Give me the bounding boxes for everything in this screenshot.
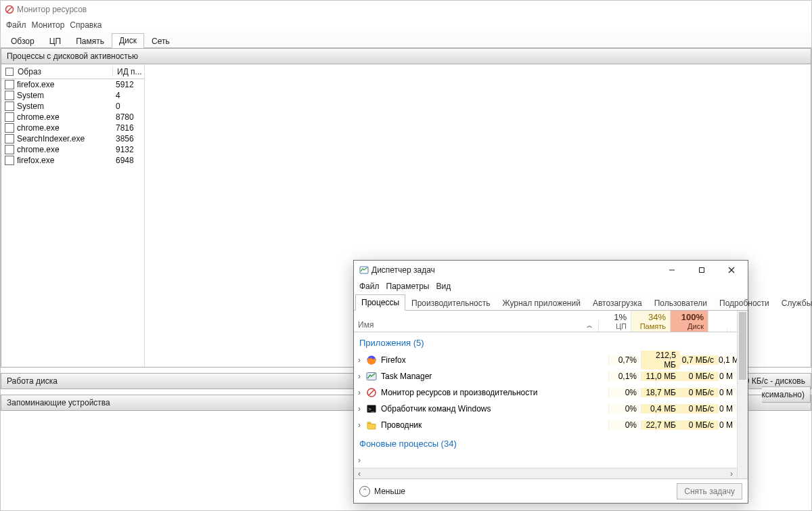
row-cpu: 0% bbox=[608, 420, 641, 430]
row-name: Проводник bbox=[381, 420, 608, 430]
expand-icon[interactable]: › bbox=[354, 456, 365, 465]
row-checkbox[interactable] bbox=[5, 156, 14, 165]
tab-disk[interactable]: Диск bbox=[112, 33, 144, 48]
col-memory[interactable]: 34%Память bbox=[631, 311, 671, 332]
menu-monitor[interactable]: Монитор bbox=[32, 20, 65, 30]
section-storage-label: Запоминающие устройства bbox=[7, 398, 110, 407]
tm-tab[interactable]: Производительность bbox=[405, 295, 496, 311]
col-cpu[interactable]: 1%ЦП bbox=[599, 311, 631, 332]
col-image[interactable]: Образ bbox=[18, 67, 41, 76]
table-row[interactable]: firefox.exe5912 bbox=[1, 79, 144, 90]
table-row[interactable]: SearchIndexer.exe3856 bbox=[1, 133, 144, 144]
tab-cpu[interactable]: ЦП bbox=[42, 34, 69, 48]
col-disk[interactable]: 100%Диск bbox=[671, 311, 708, 332]
row-net: 0 М bbox=[718, 388, 737, 397]
tm-menu-file[interactable]: Файл bbox=[359, 282, 380, 291]
table-row[interactable]: ›Проводник0%22,7 МБ0 МБ/с0 М bbox=[354, 417, 737, 433]
table-row[interactable]: chrome.exe8780 bbox=[1, 112, 144, 123]
svg-line-1 bbox=[7, 7, 12, 12]
table-row[interactable]: ›>_Обработчик команд Windows0%0,4 МБ0 МБ… bbox=[354, 401, 737, 417]
menu-file[interactable]: Файл bbox=[6, 20, 26, 30]
row-net: 0,1 М bbox=[718, 355, 737, 365]
horizontal-scrollbar[interactable]: ‹ › bbox=[354, 468, 737, 479]
table-row[interactable]: ›Монитор ресурсов и производительности0%… bbox=[354, 384, 737, 401]
col-pid[interactable]: ИД п... bbox=[113, 67, 144, 76]
tm-tab[interactable]: Процессы bbox=[355, 294, 405, 311]
col-name-label: Имя bbox=[358, 320, 374, 330]
row-checkbox[interactable] bbox=[5, 112, 14, 122]
vertical-scrollbar[interactable] bbox=[737, 311, 748, 479]
row-pid: 5912 bbox=[112, 80, 144, 89]
table-row[interactable]: chrome.exe7816 bbox=[1, 123, 144, 133]
taskmgr-app-icon bbox=[359, 265, 369, 275]
row-image: System bbox=[17, 102, 112, 111]
disk-max-text: ксимально) bbox=[761, 390, 805, 399]
row-checkbox[interactable] bbox=[5, 102, 14, 111]
scroll-left-icon[interactable]: ‹ bbox=[354, 468, 365, 479]
section-apps: Приложения (5) bbox=[354, 332, 737, 352]
tm-tab[interactable]: Автозагрузка bbox=[587, 295, 648, 311]
expand-icon[interactable]: › bbox=[354, 372, 365, 381]
tab-memory[interactable]: Память bbox=[68, 34, 112, 48]
app-icon bbox=[366, 420, 377, 430]
taskmgr-header-row: ⌃ Имя 1%ЦП 34%Память 100%Диск bbox=[354, 311, 737, 332]
select-all-checkbox[interactable] bbox=[5, 68, 14, 76]
row-checkbox[interactable] bbox=[5, 91, 14, 100]
row-image: SearchIndexer.exe bbox=[17, 134, 112, 143]
taskmgr-footer: ⌃ Меньше Снять задачу bbox=[354, 479, 748, 503]
app-icon bbox=[366, 371, 377, 382]
row-mem: 212,5 МБ bbox=[641, 351, 680, 370]
maximize-button[interactable] bbox=[687, 261, 717, 280]
menu-help[interactable]: Справка bbox=[70, 20, 102, 30]
expand-icon[interactable]: › bbox=[354, 404, 365, 414]
tm-menu-view[interactable]: Вид bbox=[436, 282, 451, 291]
col-net[interactable] bbox=[708, 329, 727, 332]
app-icon bbox=[366, 355, 377, 365]
tm-menu-options[interactable]: Параметры bbox=[386, 282, 430, 291]
app-icon bbox=[366, 455, 377, 466]
row-name: Монитор ресурсов и производительности bbox=[381, 388, 608, 397]
tm-tab[interactable]: Подробности bbox=[713, 295, 775, 311]
expand-icon[interactable]: › bbox=[354, 355, 365, 365]
table-row[interactable]: chrome.exe9132 bbox=[1, 144, 144, 155]
row-mem: 18,7 МБ bbox=[641, 388, 680, 397]
tab-overview[interactable]: Обзор bbox=[3, 34, 42, 48]
resmon-titlebar[interactable]: Монитор ресурсов bbox=[1, 1, 811, 18]
fewer-details-button[interactable]: ⌃ Меньше bbox=[359, 486, 405, 497]
row-image: firefox.exe bbox=[17, 80, 112, 89]
table-row[interactable]: ›Task Manager0,1%11,0 МБ0 МБ/с0 М bbox=[354, 368, 737, 384]
row-image: chrome.exe bbox=[17, 112, 112, 122]
close-button[interactable] bbox=[717, 261, 746, 280]
taskmgr-tabs: ПроцессыПроизводительностьЖурнал приложе… bbox=[354, 293, 748, 311]
table-row[interactable]: System4 bbox=[1, 90, 144, 101]
scroll-thumb[interactable] bbox=[739, 312, 746, 380]
row-checkbox[interactable] bbox=[5, 145, 14, 154]
row-checkbox[interactable] bbox=[5, 134, 14, 143]
expand-icon[interactable]: › bbox=[354, 420, 365, 430]
col-name[interactable]: ⌃ Имя bbox=[354, 320, 599, 332]
end-task-button[interactable]: Снять задачу bbox=[677, 483, 742, 499]
row-name: Firefox bbox=[381, 355, 608, 365]
section-processes[interactable]: Процессы с дисковой активностью bbox=[1, 48, 811, 64]
row-image: chrome.exe bbox=[17, 145, 112, 154]
disk-max-fragment: ксимально) bbox=[762, 386, 811, 403]
tm-tab[interactable]: Службы bbox=[775, 295, 812, 311]
scroll-right-icon[interactable]: › bbox=[726, 468, 737, 479]
table-row[interactable]: ›Firefox0,7%212,5 МБ0,7 МБ/с0,1 М bbox=[354, 352, 737, 368]
expand-icon[interactable]: › bbox=[354, 388, 365, 397]
row-checkbox[interactable] bbox=[5, 123, 14, 133]
table-row[interactable]: firefox.exe6948 bbox=[1, 155, 144, 166]
svg-rect-4 bbox=[700, 268, 704, 273]
svg-text:>_: >_ bbox=[368, 406, 375, 412]
table-row[interactable]: System0 bbox=[1, 101, 144, 112]
taskmgr-titlebar[interactable]: Диспетчер задач bbox=[354, 261, 748, 280]
table-row[interactable]: › bbox=[354, 453, 737, 468]
row-pid: 0 bbox=[112, 102, 144, 111]
row-cpu: 0% bbox=[608, 404, 641, 414]
disk-status-text: 0 КБ/с - дисковь bbox=[745, 376, 805, 386]
tm-tab[interactable]: Журнал приложений bbox=[497, 295, 587, 311]
minimize-button[interactable] bbox=[657, 261, 687, 280]
tab-network[interactable]: Сеть bbox=[144, 34, 177, 48]
row-checkbox[interactable] bbox=[5, 80, 14, 89]
tm-tab[interactable]: Пользователи bbox=[648, 295, 713, 311]
